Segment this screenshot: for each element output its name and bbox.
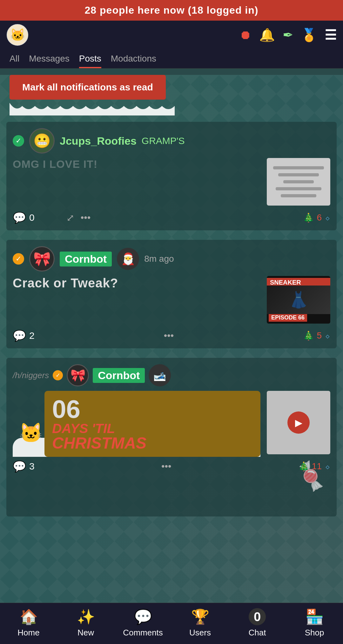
svg-text:🐱: 🐱 (10, 28, 25, 42)
bell-icon[interactable]: 🔔 (259, 28, 275, 43)
avatar-3: 🎀 (67, 364, 89, 386)
chat-icon: 0 (249, 608, 266, 625)
username-2[interactable]: Cornbot (60, 252, 112, 266)
vote-section-2: 🎄 5 ⬦ (303, 331, 330, 341)
countdown-label2: CHRISTMAS (52, 435, 253, 451)
avatar-1: 😬 (29, 128, 55, 154)
record-icon[interactable]: ⏺ (239, 28, 252, 42)
community-3[interactable]: /h/niggers (13, 371, 49, 380)
nav-shop-label: Shop (305, 628, 324, 638)
verified-badge-1: ✓ (13, 135, 24, 147)
shop-icon: 🏪 (306, 608, 324, 625)
header: 🐱 ⏺ 🔔 ✒ 🏅 ☰ (0, 21, 343, 49)
downvote-btn-2[interactable]: ⬦ (325, 331, 330, 341)
nav-users[interactable]: 🏆 Users (178, 608, 222, 638)
badge-icon[interactable]: 🏅 (301, 28, 317, 43)
nav-home[interactable]: 🏠 Home (6, 608, 51, 638)
post-3-thumbnail[interactable]: ▶ (267, 391, 330, 454)
dots-btn-2[interactable]: ••• (164, 330, 174, 341)
verified-badge-2: ✓ (13, 253, 24, 265)
countdown-area: 🐱 06 DAYS 'TIL CHRISTMAS ▶ (13, 391, 330, 457)
nav-comments[interactable]: 💬 Comments (121, 608, 165, 638)
nav-users-label: Users (189, 628, 211, 638)
second-avatar-2: 🎅 (117, 248, 139, 270)
menu-icon[interactable]: ☰ (325, 27, 337, 43)
vote-section-3: 🎄 11 ⬦ (298, 461, 330, 472)
post-1-content: OMG I LOVE IT! (13, 158, 330, 206)
post-1: ✓ 😬 Jcups_Roofies GRAMP'S OMG I LOVE IT!… (6, 122, 337, 230)
nav-tabs: All Messages Posts Modactions (0, 49, 343, 69)
tab-modactions[interactable]: Modactions (111, 49, 156, 68)
upvote-btn-3[interactable]: 🎄 11 (298, 461, 322, 472)
second-avatar-3: 🎿 (149, 364, 171, 386)
verified-badge-3: ✓ (53, 370, 63, 380)
community-1[interactable]: GRAMP'S (142, 135, 185, 146)
vote-section-1: 🎄 6 ⬦ (303, 213, 330, 223)
post-3: /h/niggers ✓ 🎀 Cornbot 🎿 🐱 06 DAYS 'TIL (6, 358, 337, 516)
mark-all-button[interactable]: Mark all notifications as read (10, 75, 166, 100)
nav-shop[interactable]: 🏪 Shop (292, 608, 337, 638)
comment-count-3[interactable]: 💬 3 (13, 460, 35, 473)
comment-icon-2: 💬 (13, 329, 26, 342)
nav-home-label: Home (17, 628, 39, 638)
tab-messages[interactable]: Messages (29, 49, 70, 68)
post-3-footer: 💬 3 ••• 🎄 11 ⬦ (13, 460, 330, 473)
avatar-2: 🎀 (29, 246, 55, 272)
countdown-number: 06 (52, 397, 253, 422)
countdown-label1: DAYS 'TIL (52, 422, 253, 435)
post-1-footer: 💬 0 ⤢ ••• 🎄 6 ⬦ (13, 211, 330, 224)
countdown-board-area: 🐱 06 DAYS 'TIL CHRISTMAS (13, 391, 260, 457)
nav-new-label: New (77, 628, 94, 638)
bottom-nav: 🏠 Home ✨ New 💬 Comments 🏆 Users 0 Chat 🏪… (0, 603, 343, 644)
post-2: ✓ 🎀 Cornbot 🎅 8m ago Crack or Tweak? SNE… (6, 240, 337, 348)
time-ago-2: 8m ago (144, 254, 174, 264)
expand-btn-1[interactable]: ⤢ (66, 212, 74, 223)
dots-btn-3[interactable]: ••• (161, 461, 172, 472)
comment-count-1[interactable]: 💬 0 (13, 211, 35, 224)
post-2-content: Crack or Tweak? SNEAKER HUNTERS EPISODE … (13, 276, 330, 324)
users-icon: 🏆 (191, 608, 209, 625)
post-3-header: /h/niggers ✓ 🎀 Cornbot 🎿 (13, 364, 330, 386)
upvote-btn-2[interactable]: 🎄 5 (303, 331, 322, 341)
comment-count-2[interactable]: 💬 2 (13, 329, 35, 342)
username-3[interactable]: Cornbot (93, 368, 145, 383)
pen-icon[interactable]: ✒ (283, 28, 293, 42)
post-2-text: Crack or Tweak? (13, 276, 262, 290)
logo[interactable]: 🐱 (6, 24, 29, 46)
upvote-icon-1: 🎄 (303, 213, 314, 223)
home-icon: 🏠 (20, 608, 38, 625)
upvote-icon-2: 🎄 (303, 331, 314, 341)
post-1-thumbnail (267, 158, 330, 206)
play-btn-3[interactable]: ▶ (287, 411, 310, 434)
nav-chat-label: Chat (249, 628, 266, 638)
username-1[interactable]: Jcups_Roofies (60, 135, 137, 147)
tab-all[interactable]: All (10, 49, 19, 68)
cat-icon: 🐱 (19, 422, 43, 444)
post-2-thumbnail[interactable]: SNEAKER HUNTERS EPISODE 66 ▶ 👗 (267, 276, 330, 324)
main-content: Mark all notifications as read ✓ 😬 Jcups… (0, 75, 343, 644)
post-2-footer: 💬 2 ••• 🎄 5 ⬦ (13, 329, 330, 342)
episode-label: EPISODE 66 (269, 314, 307, 322)
downvote-btn-1[interactable]: ⬦ (325, 213, 330, 223)
header-icons: ⏺ 🔔 ✒ 🏅 ☰ (239, 27, 337, 43)
comments-icon: 💬 (134, 608, 152, 625)
countdown-sign: 06 DAYS 'TIL CHRISTMAS (44, 391, 260, 457)
nav-new[interactable]: ✨ New (64, 608, 108, 638)
dots-btn-1[interactable]: ••• (81, 212, 91, 223)
new-icon: ✨ (77, 608, 95, 625)
banner-text: 28 people here now (18 logged in) (85, 4, 259, 16)
top-banner: 28 people here now (18 logged in) (0, 0, 343, 21)
downvote-btn-3[interactable]: ⬦ (325, 461, 330, 471)
upvote-btn-1[interactable]: 🎄 6 (303, 213, 322, 223)
comment-icon-3: 💬 (13, 460, 26, 473)
nav-chat[interactable]: 0 Chat (235, 608, 279, 638)
comment-icon-1: 💬 (13, 211, 26, 224)
tab-posts[interactable]: Posts (79, 49, 101, 68)
upvote-icon-3: 🎄 (298, 461, 309, 472)
post-1-text: OMG I LOVE IT! (13, 158, 262, 170)
nav-comments-label: Comments (123, 628, 163, 638)
